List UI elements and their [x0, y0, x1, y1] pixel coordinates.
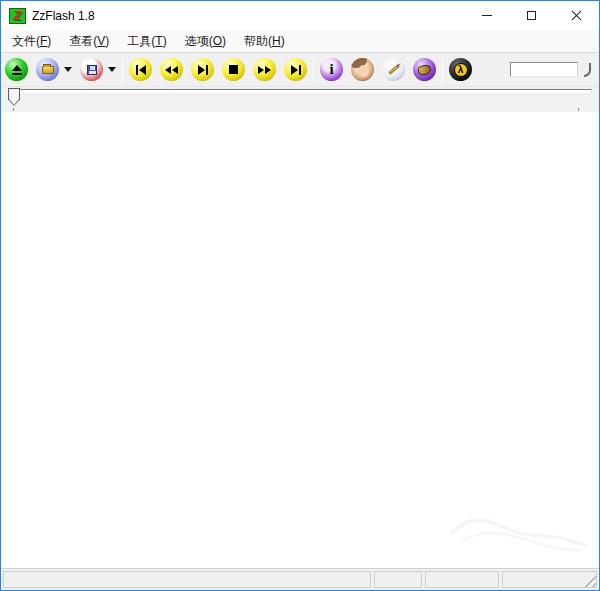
rewind-icon	[165, 66, 178, 74]
status-bar	[1, 568, 599, 590]
menu-view-label: 查看(	[69, 34, 97, 48]
viewer-canvas	[1, 112, 599, 568]
resize-grip[interactable]	[583, 574, 596, 587]
skip-back-icon	[136, 65, 146, 75]
menu-file-close: )	[47, 34, 51, 48]
stop-icon	[229, 65, 238, 74]
extra-tool-button[interactable]	[413, 58, 436, 81]
menu-options-key: O	[213, 34, 222, 48]
fast-forward-button[interactable]	[253, 58, 276, 81]
menu-help-key: H	[272, 34, 281, 48]
menu-help-label: 帮助(	[244, 34, 272, 48]
status-panel-2	[374, 571, 422, 588]
status-panel-4	[502, 571, 597, 588]
minimize-button[interactable]	[464, 1, 509, 30]
menu-file-label: 文件(	[12, 34, 40, 48]
open-button[interactable]	[36, 58, 59, 81]
menu-view[interactable]: 查看(V)	[60, 30, 118, 53]
skip-forward-icon	[291, 65, 301, 75]
edit-button[interactable]	[382, 58, 405, 81]
portrait-button[interactable]	[351, 58, 374, 81]
close-icon	[571, 10, 582, 21]
minimize-icon	[482, 15, 492, 16]
toolbar-separator	[122, 58, 123, 82]
status-panel-3	[425, 571, 499, 588]
menu-tools[interactable]: 工具(T)	[118, 30, 175, 53]
status-panel-main	[3, 571, 371, 588]
lambda-icon: λ	[454, 63, 468, 77]
menu-bar: 文件(F) 查看(V) 工具(T) 选项(O) 帮助(H)	[1, 30, 599, 52]
zzflash-app-icon: Z	[9, 8, 26, 24]
menu-tools-close: )	[163, 34, 167, 48]
save-dropdown-arrow-icon[interactable]	[108, 67, 116, 72]
open-dropdown-arrow-icon[interactable]	[64, 67, 72, 72]
go-end-button[interactable]	[284, 58, 307, 81]
toolbar-separator	[442, 58, 443, 82]
rewind-button[interactable]	[160, 58, 183, 81]
menu-help[interactable]: 帮助(H)	[235, 30, 294, 53]
seek-tick-end	[578, 108, 579, 111]
play-pause-button[interactable]	[191, 58, 214, 81]
window-controls	[464, 1, 599, 30]
seek-thumb[interactable]	[8, 88, 20, 106]
seek-bar	[1, 86, 599, 112]
maximize-icon	[527, 11, 536, 20]
title-bar: Z ZzFlash 1.8	[1, 1, 599, 30]
pencil-icon	[388, 64, 399, 74]
stop-button[interactable]	[222, 58, 245, 81]
fast-forward-icon	[258, 66, 271, 74]
play-pause-icon	[198, 65, 208, 75]
menu-view-close: )	[105, 34, 109, 48]
menu-options[interactable]: 选项(O)	[176, 30, 235, 53]
toolbar: i λ	[1, 52, 599, 86]
eject-button[interactable]	[5, 58, 28, 81]
seek-track[interactable]	[8, 89, 592, 93]
close-button[interactable]	[554, 1, 599, 30]
toolbar-grip-icon	[584, 63, 591, 77]
open-folder-icon	[42, 66, 54, 74]
position-display[interactable]	[510, 62, 578, 77]
menu-file[interactable]: 文件(F)	[3, 30, 60, 53]
save-floppy-icon	[87, 65, 97, 75]
menu-tools-label: 工具(	[127, 34, 155, 48]
menu-tools-key: T	[155, 34, 162, 48]
purple-sphere-icon	[417, 63, 433, 77]
app-window: Z ZzFlash 1.8 文件(F) 查看(V) 工具(T) 选项(O) 帮助…	[0, 0, 600, 591]
menu-options-close: )	[222, 34, 226, 48]
half-life-button[interactable]: λ	[449, 58, 472, 81]
window-title: ZzFlash 1.8	[32, 9, 95, 23]
go-start-button[interactable]	[129, 58, 152, 81]
maximize-button[interactable]	[509, 1, 554, 30]
eject-icon	[12, 65, 22, 75]
menu-help-close: )	[281, 34, 285, 48]
info-icon: i	[329, 62, 333, 77]
save-button[interactable]	[80, 58, 103, 81]
toolbar-separator	[313, 58, 314, 82]
seek-tick-start	[13, 108, 14, 111]
info-button[interactable]: i	[320, 58, 343, 81]
menu-options-label: 选项(	[185, 34, 213, 48]
watermark	[441, 504, 591, 554]
